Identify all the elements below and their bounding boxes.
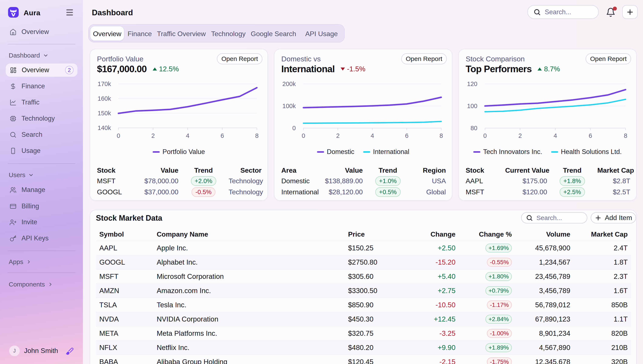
svg-text:4: 4 [553, 132, 557, 138]
svg-text:160k: 160k [98, 95, 111, 102]
svg-text:80: 80 [471, 125, 477, 132]
svg-text:0: 0 [302, 132, 305, 138]
svg-text:2: 2 [518, 132, 522, 138]
svg-text:0: 0 [117, 132, 120, 138]
svg-text:8: 8 [255, 132, 259, 138]
svg-text:200k: 200k [282, 80, 296, 87]
svg-text:150k: 150k [98, 110, 111, 116]
svg-text:120: 120 [467, 80, 477, 87]
svg-text:0: 0 [483, 132, 487, 138]
svg-text:170k: 170k [98, 80, 111, 87]
svg-text:6: 6 [405, 132, 408, 138]
svg-text:100k: 100k [282, 102, 296, 109]
svg-text:100: 100 [467, 102, 477, 109]
svg-text:4: 4 [371, 132, 374, 138]
svg-text:6: 6 [221, 132, 224, 138]
svg-text:0: 0 [292, 125, 296, 132]
svg-text:2: 2 [151, 132, 155, 138]
svg-text:6: 6 [589, 132, 592, 138]
svg-text:140k: 140k [98, 124, 111, 131]
svg-text:8: 8 [440, 132, 443, 138]
svg-text:8: 8 [624, 132, 627, 138]
svg-text:2: 2 [336, 132, 340, 138]
svg-text:4: 4 [186, 132, 189, 138]
